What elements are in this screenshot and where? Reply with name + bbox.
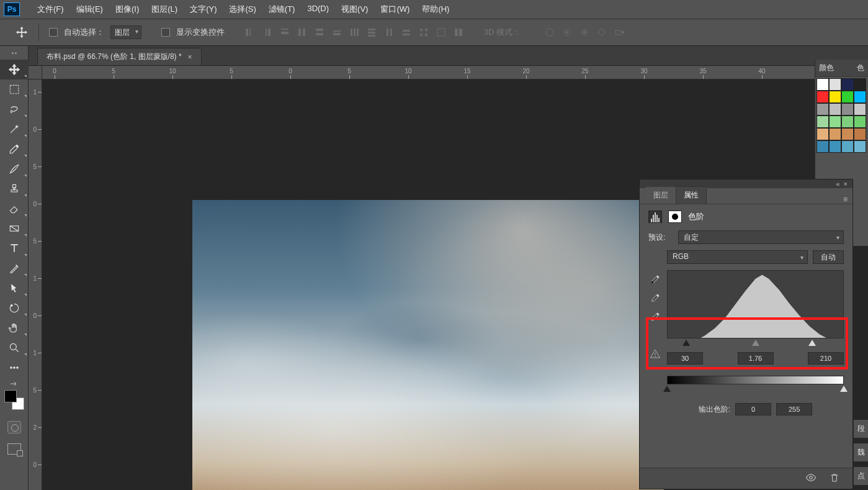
right-vert-label-1[interactable]: 段 (853, 420, 868, 438)
preset-dropdown[interactable]: 自定▾ (678, 230, 844, 244)
magic-wand-tool[interactable] (0, 119, 29, 139)
output-slider[interactable] (667, 386, 844, 396)
menu-item[interactable]: 文字(Y) (184, 4, 223, 15)
histogram[interactable] (667, 270, 844, 338)
auto-select-target-dropdown[interactable]: 图层 (110, 25, 141, 39)
visibility-icon[interactable] (805, 472, 817, 485)
menu-item[interactable]: 滤镜(T) (262, 4, 302, 15)
auto-select-checkbox[interactable] (49, 28, 58, 37)
swatch[interactable] (817, 78, 829, 91)
svg-rect-22 (420, 29, 423, 31)
ruler-horizontal[interactable]: 0510505101520253035404550 (42, 66, 868, 79)
menu-item[interactable]: 编辑(E) (70, 4, 109, 15)
shape-tool[interactable] (0, 298, 29, 318)
screen-mode-toggle[interactable] (7, 443, 21, 455)
swatch[interactable] (841, 78, 854, 91)
align-buttons (242, 25, 467, 40)
swatch[interactable] (854, 116, 866, 128)
hand-tool[interactable] (0, 318, 29, 338)
input-slider[interactable] (667, 340, 844, 350)
swatch[interactable] (829, 91, 841, 103)
eyedropper-black-icon[interactable] (648, 273, 662, 286)
swatch[interactable] (854, 103, 866, 116)
pen-tool[interactable] (0, 258, 29, 278)
stamp-tool[interactable] (0, 179, 29, 199)
swatch[interactable] (854, 140, 866, 153)
swap-colors-icon[interactable] (9, 380, 19, 388)
svg-point-44 (655, 356, 656, 357)
path-select-tool[interactable] (0, 278, 29, 298)
swatch[interactable] (854, 78, 866, 91)
svg-rect-16 (368, 32, 375, 34)
menu-item[interactable]: 视图(V) (335, 4, 374, 15)
auto-button[interactable]: 自动 (813, 250, 844, 264)
eyedropper-tool[interactable] (0, 139, 29, 159)
show-transform-checkbox[interactable] (161, 28, 170, 37)
fg-bg-color[interactable] (4, 390, 24, 410)
swatch[interactable] (841, 128, 854, 140)
input-gamma-value[interactable]: 1.76 (738, 352, 774, 365)
tab-layers[interactable]: 图层 (646, 187, 676, 204)
tab-properties[interactable]: 属性 (676, 186, 707, 204)
swatch[interactable] (817, 91, 829, 103)
ruler-vertical[interactable]: 105051015205 (29, 79, 42, 490)
eyedropper-gray-icon[interactable] (648, 291, 662, 305)
ruler-label: 40 (758, 68, 765, 75)
panel-menu-icon[interactable]: ≡ (843, 195, 848, 204)
eraser-tool[interactable] (0, 199, 29, 219)
menu-item[interactable]: 选择(S) (223, 4, 262, 15)
menu-item[interactable]: 文件(F) (31, 4, 70, 15)
more-tools[interactable] (0, 358, 29, 378)
swatch[interactable] (841, 103, 854, 116)
document-tab[interactable]: 布料.psd @ 66.7% (色阶 1, 图层蒙版/8) * × (37, 48, 202, 65)
menu-item[interactable]: 窗口(W) (374, 4, 416, 15)
clip-warning-icon[interactable] (648, 347, 662, 361)
swatch[interactable] (817, 116, 829, 128)
right-vert-label-2[interactable]: 魏 (853, 443, 868, 461)
swatch[interactable] (829, 140, 841, 153)
swatch[interactable] (854, 128, 866, 140)
panel-close-icon[interactable]: × (844, 180, 848, 188)
close-tab-icon[interactable]: × (188, 53, 192, 61)
swatch[interactable] (829, 128, 841, 140)
input-black-value[interactable]: 30 (667, 352, 703, 365)
brush-tool[interactable] (0, 159, 29, 179)
channel-dropdown[interactable]: RGB▾ (667, 250, 808, 264)
svg-rect-7 (303, 29, 305, 36)
right-vert-label-3[interactable]: 点 (853, 467, 868, 485)
gradient-tool[interactable] (0, 219, 29, 238)
panel-collapse-icon[interactable]: « (836, 180, 839, 188)
input-white-value[interactable]: 210 (808, 352, 844, 365)
output-high-value[interactable]: 255 (776, 403, 812, 415)
lasso-tool[interactable] (0, 99, 29, 119)
menu-item[interactable]: 图像(I) (109, 4, 145, 15)
trash-icon[interactable] (829, 472, 840, 485)
swatch[interactable] (829, 103, 841, 116)
zoom-tool[interactable] (0, 338, 29, 358)
color-tab[interactable]: 颜色 (819, 63, 834, 73)
output-gradient[interactable] (667, 376, 844, 384)
svg-rect-3 (268, 29, 271, 36)
type-tool[interactable] (0, 238, 29, 258)
swatch[interactable] (841, 140, 854, 153)
swatch[interactable] (829, 116, 841, 128)
eyedropper-white-icon[interactable] (648, 310, 662, 324)
swatch[interactable] (817, 140, 829, 153)
color-tab-2[interactable]: 色 (857, 63, 864, 73)
swatch[interactable] (817, 103, 829, 116)
swatch[interactable] (841, 91, 854, 103)
menu-item[interactable]: 图层(L) (145, 4, 184, 15)
swatch[interactable] (841, 116, 854, 128)
move-tool[interactable] (0, 60, 29, 79)
menu-item[interactable]: 3D(D) (301, 4, 335, 15)
swatch[interactable] (854, 91, 866, 103)
3d-icon (594, 25, 610, 40)
document-image[interactable] (192, 200, 664, 490)
quick-mask-toggle[interactable] (7, 421, 21, 433)
swatch[interactable] (817, 128, 829, 140)
output-low-value[interactable]: 0 (735, 403, 771, 415)
marquee-tool[interactable] (0, 79, 29, 99)
swatch[interactable] (829, 78, 841, 91)
menu-item[interactable]: 帮助(H) (416, 4, 455, 15)
svg-point-39 (14, 367, 16, 369)
